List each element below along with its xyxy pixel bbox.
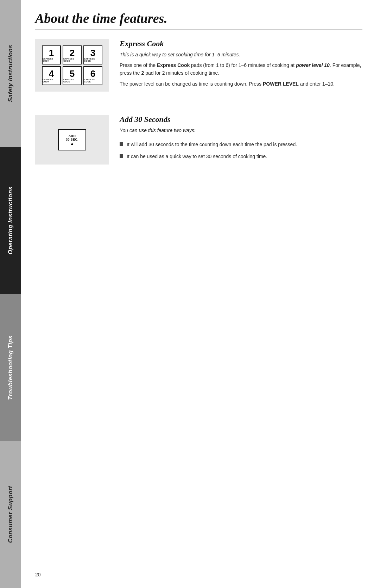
express-cook-subtitle-em: This is a quick way to set cooking time …	[120, 52, 240, 57]
sidebar-label-troubleshooting: Troubleshooting Tips	[7, 335, 14, 400]
keypad-btn-2[interactable]: 2 EXPRESS COOK	[63, 45, 82, 64]
keypad-number-6: 6	[90, 69, 95, 78]
section-divider	[35, 106, 362, 106]
express-cook-heading: Express Cook	[120, 39, 362, 48]
add30-button[interactable]: ADD 30 SEC. ▲	[58, 129, 86, 150]
keypad-number-5: 5	[70, 69, 75, 78]
bullet-square-2	[120, 154, 123, 158]
express-cook-subtitle: This is a quick way to set cooking time …	[120, 52, 362, 57]
add30-image: ADD 30 SEC. ▲	[35, 115, 109, 165]
sidebar-section-operating: Operating Instructions	[0, 147, 21, 294]
sidebar-label-operating: Operating Instructions	[7, 186, 14, 254]
add30-btn-sec: 30 SEC.	[66, 138, 78, 141]
add30-bullet-2: It can be used as a quick way to set 30 …	[120, 153, 362, 161]
add30-bullet-list: It will add 30 seconds to the time count…	[120, 141, 362, 165]
add30-bullet-2-text: It can be used as a quick way to set 30 …	[127, 153, 267, 161]
keypad-grid: 1 EXPRESS COOK 2 EXPRESS COOK 3 EXPRESS …	[42, 45, 102, 85]
add30-btn-add: ADD	[69, 134, 76, 138]
keypad-label-3: EXPRESS COOK	[84, 58, 102, 62]
express-cook-body1: Press one of the Express Cook pads (from…	[120, 62, 362, 77]
add30-heading: Add 30 Seconds	[120, 115, 362, 124]
express-cook-power-level: POWER LEVEL	[263, 81, 299, 87]
express-cook-bold2: 2	[141, 70, 144, 76]
express-cook-bold-italic: power level 10.	[296, 62, 331, 68]
keypad-label-6: EXPRESS COOK	[84, 79, 102, 83]
sidebar-section-safety: Safety Instructions	[0, 0, 21, 147]
express-cook-text: Express Cook This is a quick way to set …	[120, 39, 362, 92]
keypad-label-1: EXPRESS COOK	[43, 58, 60, 62]
add30-bullet-1-text: It will add 30 seconds to the time count…	[127, 141, 297, 149]
express-cook-body2: The power level can be changed as time i…	[120, 80, 362, 88]
keypad-btn-4[interactable]: 4 EXPRESS COOK	[42, 66, 61, 85]
keypad-btn-1[interactable]: 1 EXPRESS COOK	[42, 45, 61, 64]
keypad-btn-3[interactable]: 3 EXPRESS COOK	[83, 45, 102, 64]
keypad-number-4: 4	[49, 69, 54, 78]
add30-text: Add 30 Seconds You can use this feature …	[120, 115, 362, 165]
keypad-number-1: 1	[49, 48, 54, 57]
bullet-square-1	[120, 142, 123, 146]
main-content: About the time features. 1 EXPRESS COOK …	[21, 0, 380, 588]
keypad-number-2: 2	[70, 48, 75, 57]
keypad-label-2: EXPRESS COOK	[63, 58, 81, 62]
sidebar: Safety Instructions Operating Instructio…	[0, 0, 21, 588]
keypad-btn-5[interactable]: 5 EXPRESS COOK	[63, 66, 82, 85]
sidebar-section-consumer: Consumer Support	[0, 441, 21, 588]
page-title: About the time features.	[35, 11, 362, 26]
keypad-label-4: EXPRESS COOK	[43, 79, 60, 83]
add30-bullet-1: It will add 30 seconds to the time count…	[120, 141, 362, 149]
page-number: 20	[35, 565, 362, 577]
express-cook-section: 1 EXPRESS COOK 2 EXPRESS COOK 3 EXPRESS …	[35, 39, 362, 92]
sidebar-section-troubleshooting: Troubleshooting Tips	[0, 294, 21, 441]
express-cook-image: 1 EXPRESS COOK 2 EXPRESS COOK 3 EXPRESS …	[35, 39, 109, 92]
sidebar-label-safety: Safety Instructions	[7, 45, 14, 102]
keypad-label-5: EXPRESS COOK	[63, 79, 81, 83]
sidebar-label-consumer: Consumer Support	[7, 486, 14, 543]
keypad-number-3: 3	[90, 48, 95, 57]
add30-section: ADD 30 SEC. ▲ Add 30 Seconds You can use…	[35, 115, 362, 165]
keypad-btn-6[interactable]: 6 EXPRESS COOK	[83, 66, 102, 85]
title-divider	[35, 30, 362, 30]
add30-subtitle-em: You can use this feature two ways:	[120, 128, 196, 133]
add30-arrow-icon: ▲	[70, 141, 74, 146]
add30-subtitle: You can use this feature two ways:	[120, 128, 362, 133]
express-cook-bold1: Express Cook	[157, 62, 190, 68]
